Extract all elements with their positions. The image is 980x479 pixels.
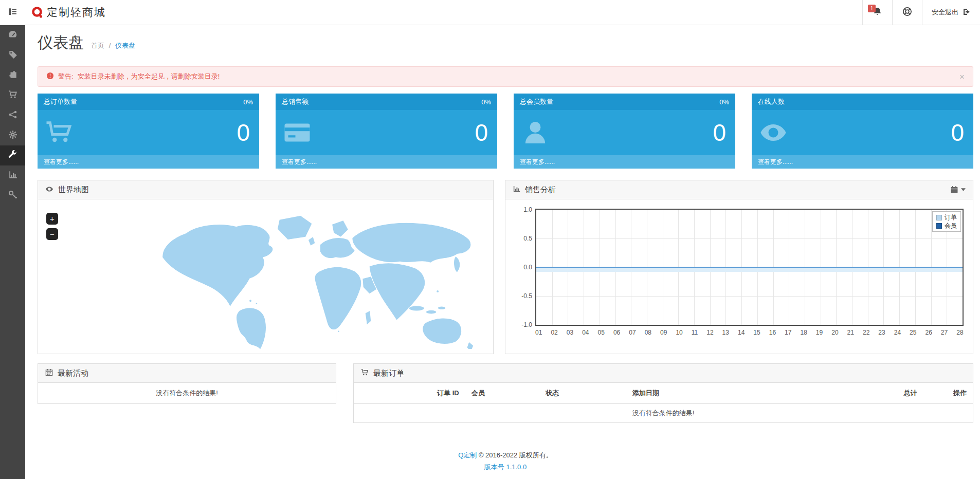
user-icon (521, 118, 550, 147)
tile-title: 总订单数量 (44, 97, 77, 106)
sidebar-item-marketing[interactable] (0, 105, 25, 125)
wrench-icon (8, 150, 17, 161)
sidebar-item-system[interactable] (0, 125, 25, 145)
main-content: 仪表盘 首页 / 仪表盘 警告: 安装目录未删除，为安全起见，请删除安装目录! … (25, 0, 980, 473)
sign-out-icon (963, 8, 971, 17)
sidebar-item-tools[interactable] (0, 145, 25, 165)
sidebar-item-catalog[interactable] (0, 45, 25, 65)
view-more-link[interactable]: 查看更多...... (276, 155, 497, 169)
copyright-link[interactable]: Q定制 (458, 451, 477, 459)
tile-value: 0 (713, 121, 726, 144)
cart-icon (8, 90, 17, 101)
sidebar-item-sales[interactable] (0, 85, 25, 105)
col-total: 总计 (824, 383, 923, 403)
brand-logo[interactable]: 定制轻商城 (25, 0, 106, 25)
panel-title: 销售分析 (525, 185, 556, 195)
warning-alert: 警告: 安装目录未删除，为安全起见，请删除安装目录! × (38, 66, 973, 87)
tile-title: 在线人数 (758, 97, 785, 106)
sales-analytics-panel: 销售分析 1.00.50.0-0.5-1.0 订单会员 010203040506… (505, 180, 973, 354)
eye-icon (759, 118, 788, 147)
world-map-image (149, 207, 488, 349)
gear-icon (8, 130, 17, 141)
sidebar-item-reports[interactable] (0, 165, 25, 186)
world-map[interactable]: + − (38, 199, 493, 354)
calendar-icon (950, 186, 958, 194)
alert-text: 安装目录未删除，为安全起见，请删除安装目录! (78, 72, 220, 81)
eye-icon (45, 185, 53, 195)
date-filter-button[interactable] (950, 186, 966, 194)
sidebar-toggle-button[interactable] (0, 0, 25, 25)
cart-icon (361, 369, 369, 378)
map-zoom-out-button[interactable]: − (46, 228, 58, 240)
sidebar-item-dashboard[interactable] (0, 25, 25, 45)
bottom-row: 最新活动 没有符合条件的结果! 最新订单 订单 ID 会员 状态 添加日期 (38, 363, 973, 423)
page-title: 仪表盘 (38, 32, 84, 53)
help-button[interactable] (892, 0, 922, 25)
sales-chart-plot: 1.00.50.0-0.5-1.0 订单会员 (535, 209, 964, 326)
tile-value: 0 (951, 121, 964, 144)
alert-label: 警告: (58, 72, 74, 81)
latest-orders-panel: 最新订单 订单 ID 会员 状态 添加日期 总计 操作 没有符合条件的结果! (353, 363, 973, 423)
menu-icon (8, 7, 17, 18)
orders-empty-row: 没有符合条件的结果! (354, 403, 973, 422)
copyright-text: © 2016-2022 版权所有。 (479, 451, 553, 459)
tile-title: 总销售额 (282, 97, 308, 106)
panel-title: 最新活动 (58, 369, 88, 378)
logout-button[interactable]: 安全退出 (922, 0, 980, 25)
activity-empty-text: 没有符合条件的结果! (38, 383, 336, 403)
tile-total-orders: 总订单数量 0% 0 查看更多...... (38, 94, 259, 169)
tile-total-sales: 总销售额 0% 0 查看更多...... (276, 94, 497, 169)
view-more-link[interactable]: 查看更多...... (752, 155, 973, 169)
orders-empty-text: 没有符合条件的结果! (354, 403, 973, 422)
tile-online-users: 在线人数 0 查看更多...... (752, 94, 973, 169)
tile-value: 0 (237, 121, 250, 144)
share-icon (8, 110, 17, 121)
credit-card-icon (283, 118, 312, 147)
col-member: 会员 (465, 383, 539, 403)
col-date-added: 添加日期 (626, 383, 824, 403)
col-action: 操作 (923, 383, 973, 403)
puzzle-icon (8, 70, 17, 81)
breadcrumb-home[interactable]: 首页 (91, 42, 104, 49)
col-order-id: 订单 ID (354, 383, 465, 403)
middle-row: 世界地图 + − (38, 180, 973, 354)
alert-close[interactable]: × (959, 72, 965, 81)
breadcrumb-current[interactable]: 仪表盘 (115, 42, 135, 49)
col-status: 状态 (539, 383, 626, 403)
sidebar-item-api[interactable] (0, 186, 25, 206)
map-zoom-in-button[interactable]: + (46, 213, 58, 225)
view-more-link[interactable]: 查看更多...... (514, 155, 735, 169)
exclamation-circle-icon (46, 72, 54, 81)
brand-name: 定制轻商城 (47, 5, 106, 20)
orders-table: 订单 ID 会员 状态 添加日期 总计 操作 没有符合条件的结果! (354, 383, 973, 422)
breadcrumb-separator: / (109, 42, 111, 49)
chart-legend: 订单会员 (932, 211, 961, 232)
tile-percent: 0% (243, 98, 253, 106)
logout-label: 安全退出 (932, 8, 958, 17)
view-more-link[interactable]: 查看更多...... (38, 155, 259, 169)
caret-down-icon (961, 188, 966, 191)
notification-badge: 1 (868, 5, 876, 12)
life-ring-icon (902, 7, 912, 19)
tile-value: 0 (475, 121, 488, 144)
copyright-line: Q定制 © 2016-2022 版权所有。 (38, 450, 973, 462)
tile-percent: 0% (481, 98, 491, 106)
panel-title: 世界地图 (58, 185, 89, 195)
sidebar-item-extensions[interactable] (0, 65, 25, 85)
brand-q-icon (31, 6, 44, 19)
stat-tiles: 总订单数量 0% 0 查看更多...... 总销售额 0% 0 查看更多....… (38, 94, 973, 169)
page-header: 仪表盘 首页 / 仪表盘 (38, 32, 973, 55)
page-footer: Q定制 © 2016-2022 版权所有。 版本号 1.1.0.0 (38, 450, 973, 473)
bar-chart-icon (8, 170, 17, 181)
tile-title: 总会员数量 (520, 97, 553, 106)
bar-chart-icon (513, 185, 520, 194)
breadcrumb: 首页 / 仪表盘 (91, 41, 135, 50)
calendar-icon (45, 369, 53, 378)
world-map-panel: 世界地图 + − (38, 180, 494, 354)
sales-chart-xlabels: 0102030405060708091011121314151617181920… (535, 329, 964, 336)
version-link[interactable]: 版本号 1.1.0.0 (484, 463, 527, 471)
key-icon (8, 190, 17, 201)
dashboard-icon (8, 29, 17, 41)
notifications-button[interactable]: 1 (862, 0, 892, 25)
tile-percent: 0% (719, 98, 729, 106)
